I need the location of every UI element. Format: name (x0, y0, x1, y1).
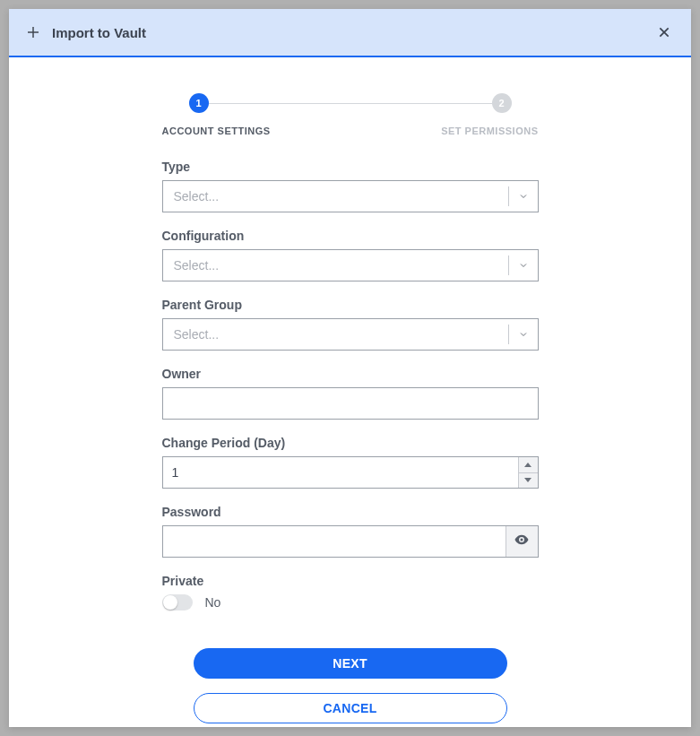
chevron-down-icon (509, 329, 538, 340)
field-owner: Owner (162, 367, 539, 420)
private-value-text: No (205, 595, 221, 610)
password-input[interactable] (163, 526, 506, 557)
modal-title: Import to Vault (52, 25, 146, 40)
parent-group-select[interactable]: Select... (162, 318, 539, 351)
eye-icon (514, 532, 530, 551)
svg-marker-4 (524, 463, 531, 467)
field-parent-group: Parent Group Select... (162, 298, 539, 351)
step-2-label: SET PERMISSIONS (441, 126, 538, 136)
header-left: Import to Vault (25, 24, 146, 40)
field-password: Password (162, 505, 539, 558)
type-label: Type (162, 160, 539, 174)
change-period-label: Change Period (Day) (162, 436, 539, 450)
step-2-circle: 2 (492, 93, 512, 113)
step-line (209, 103, 492, 104)
toggle-knob (163, 595, 177, 610)
step-1-label: ACCOUNT SETTINGS (162, 126, 271, 136)
field-private: Private No (162, 574, 539, 610)
owner-label: Owner (162, 367, 539, 381)
field-configuration: Configuration Select... (162, 229, 539, 281)
show-password-button[interactable] (506, 526, 538, 557)
svg-marker-5 (524, 478, 531, 482)
configuration-value: Select... (163, 258, 508, 273)
next-button[interactable]: NEXT (194, 648, 507, 679)
configuration-label: Configuration (162, 229, 539, 243)
stepper-down-button[interactable] (519, 473, 538, 489)
change-period-stepper (162, 456, 539, 489)
parent-group-value: Select... (163, 327, 508, 342)
number-steppers (518, 457, 538, 488)
type-select[interactable]: Select... (162, 180, 539, 212)
stepper: 1 2 (162, 93, 539, 113)
type-value: Select... (163, 189, 508, 203)
import-to-vault-modal: Import to Vault 1 2 ACCOUNT SETTINGS SET… (9, 9, 691, 727)
step-labels: ACCOUNT SETTINGS SET PERMISSIONS (162, 126, 539, 136)
field-change-period: Change Period (Day) (162, 436, 539, 489)
password-label: Password (162, 505, 539, 519)
password-wrap (162, 525, 539, 558)
stepper-up-button[interactable] (519, 457, 538, 473)
chevron-down-icon (509, 191, 538, 202)
step-1-circle[interactable]: 1 (189, 93, 209, 113)
parent-group-label: Parent Group (162, 298, 539, 312)
private-toggle-row: No (162, 594, 539, 610)
change-period-input[interactable] (163, 457, 518, 488)
modal-header: Import to Vault (9, 9, 691, 57)
private-label: Private (162, 574, 539, 588)
owner-input[interactable] (162, 387, 539, 420)
private-toggle[interactable] (162, 594, 193, 610)
button-row: NEXT CANCEL (162, 648, 539, 723)
chevron-down-icon (509, 260, 538, 271)
cancel-button[interactable]: CANCEL (194, 693, 507, 723)
modal-content: 1 2 ACCOUNT SETTINGS SET PERMISSIONS Typ… (9, 57, 691, 727)
form: Type Select... Configuration Select... (162, 160, 539, 723)
close-button[interactable] (653, 22, 675, 43)
configuration-select[interactable]: Select... (162, 249, 539, 281)
plus-icon (25, 24, 41, 40)
field-type: Type Select... (162, 160, 539, 212)
